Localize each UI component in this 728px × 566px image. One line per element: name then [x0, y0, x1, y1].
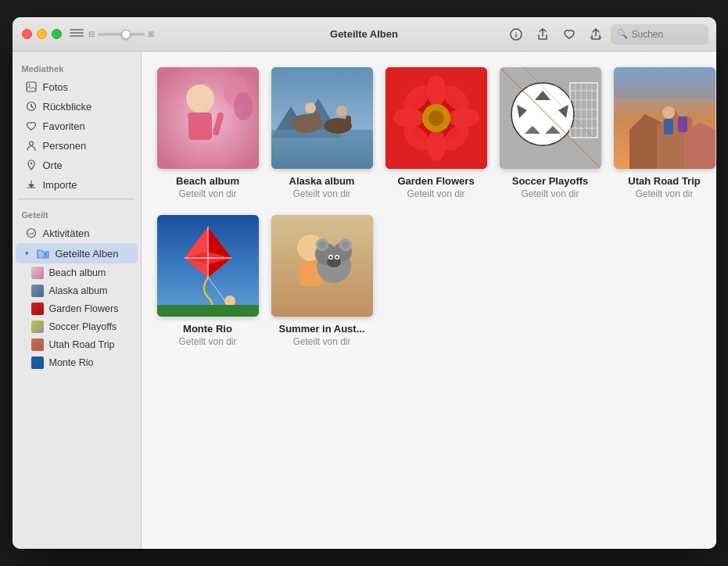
beach-thumb-sidebar [31, 267, 44, 279]
titlebar-actions: i 🔍 [504, 24, 716, 45]
svg-point-10 [186, 84, 214, 113]
album-item-summer[interactable]: Summer in Aust... Geteilt von dir [271, 215, 373, 347]
album-item-beach[interactable]: Beach album Geteilt von dir [157, 67, 259, 199]
garden-album-subtitle: Geteilt von dir [407, 188, 464, 199]
svg-rect-63 [664, 119, 673, 134]
chevron-down-icon: ▾ [25, 249, 29, 257]
alaska-album-title: Alaska album [289, 175, 355, 187]
beach-sidebar-label: Beach album [49, 267, 106, 278]
sidebar-item-aktivitaeten[interactable]: Aktivitäten [16, 224, 138, 242]
svg-rect-19 [271, 130, 373, 169]
shared-folder-icon [36, 246, 50, 260]
geteilte-alben-label: Geteilte Alben [56, 248, 119, 260]
heart-button[interactable] [558, 24, 581, 45]
svg-point-86 [342, 241, 350, 249]
svg-point-30 [393, 109, 425, 127]
soccer-album-subtitle: Geteilt von dir [521, 188, 579, 199]
alaska-sidebar-label: Alaska album [49, 285, 108, 296]
share-button[interactable] [531, 24, 554, 45]
sidebar-item-geteilte-alben[interactable]: ▾ Geteilte Alben [16, 243, 138, 263]
sidebar-item-fotos[interactable]: Fotos [16, 77, 138, 96]
svg-point-3 [28, 84, 30, 86]
content-area: Beach album Geteilt von dir [142, 52, 716, 549]
svg-point-6 [30, 163, 31, 164]
favoriten-label: Favoriten [43, 120, 85, 132]
utah-thumb-sidebar [31, 339, 44, 351]
aktivitaeten-icon [25, 227, 38, 239]
sidebar-toggle[interactable] [70, 29, 84, 40]
sidebar-subitem-garden[interactable]: Garden Flowers [16, 300, 138, 317]
svg-rect-64 [678, 116, 687, 132]
zoom-slider[interactable] [98, 33, 145, 36]
sidebar-subitem-beach[interactable]: Beach album [16, 264, 138, 281]
sidebar-subitem-montrio[interactable]: Monte Rio [16, 354, 138, 371]
importe-label: Importe [43, 179, 77, 191]
album-item-soccer[interactable]: Soccer Playoffs Geteilt von dir [500, 67, 601, 199]
sidebar-item-rueckblicke[interactable]: Rückblicke [16, 97, 138, 116]
album-item-montrio[interactable]: Monte Rio Geteilt von dir [157, 215, 259, 347]
album-item-alaska[interactable]: Alaska album Geteilt von dir [271, 67, 373, 199]
zoom-small-icon: ⊟ [88, 30, 95, 38]
summer-album-title: Summer in Aust... [278, 323, 364, 335]
sidebar-item-personen[interactable]: Personen [16, 136, 138, 155]
svg-point-37 [429, 110, 444, 126]
beach-album-title: Beach album [176, 175, 239, 187]
sidebar-item-orte[interactable]: Orte [16, 156, 138, 174]
svg-rect-76 [157, 305, 259, 317]
maximize-button[interactable] [52, 29, 62, 39]
sidebar: Mediathek Fotos Rückblicke Favoriten [13, 52, 142, 549]
geteilt-section-label: Geteilt [13, 204, 141, 223]
sidebar-subitem-utah[interactable]: Utah Road Trip [16, 336, 138, 353]
importe-icon [25, 178, 38, 191]
sidebar-subitem-soccer[interactable]: Soccer Playoffs [16, 318, 138, 335]
utah-album-title: Utah Road Trip [628, 175, 700, 187]
alaska-album-subtitle: Geteilt von dir [292, 188, 350, 199]
svg-rect-23 [346, 116, 351, 127]
soccer-sidebar-label: Soccer Playoffs [49, 321, 117, 332]
info-button[interactable]: i [504, 24, 528, 45]
svg-point-62 [676, 104, 689, 116]
garden-thumb-sidebar [31, 303, 44, 315]
soccer-album-title: Soccer Playoffs [512, 175, 589, 187]
search-bar[interactable]: 🔍 [611, 24, 708, 45]
utah-sidebar-label: Utah Road Trip [49, 339, 115, 350]
montrio-album-title: Monte Rio [183, 323, 232, 335]
main-layout: Mediathek Fotos Rückblicke Favoriten [13, 52, 716, 549]
svg-point-91 [335, 256, 338, 259]
garden-album-thumb [386, 67, 487, 169]
svg-point-85 [318, 241, 326, 249]
svg-point-28 [427, 75, 446, 106]
albums-grid: Beach album Geteilt von dir [157, 67, 701, 347]
summer-album-subtitle: Geteilt von dir [292, 336, 350, 347]
svg-point-29 [427, 130, 446, 161]
zoom-slider-area: ⊟ ⊞ [88, 30, 154, 38]
alaska-album-thumb [271, 67, 373, 169]
sidebar-toggle-icon[interactable] [70, 29, 84, 40]
add-to-album-button[interactable] [584, 24, 608, 45]
summer-album-thumb [271, 215, 373, 317]
garden-sidebar-label: Garden Flowers [49, 303, 119, 314]
search-input[interactable] [632, 29, 702, 40]
heart-sidebar-icon [25, 120, 38, 132]
sidebar-subitem-alaska[interactable]: Alaska album [16, 282, 138, 299]
sidebar-item-favoriten[interactable]: Favoriten [16, 116, 138, 135]
garden-album-title: Garden Flowers [397, 175, 474, 187]
aktivitaeten-label: Aktivitäten [43, 227, 90, 239]
soccer-album-thumb [500, 67, 601, 169]
svg-point-15 [234, 92, 253, 120]
svg-point-25 [336, 106, 347, 116]
album-item-garden[interactable]: Garden Flowers Geteilt von dir [386, 67, 487, 199]
album-item-utah[interactable]: Utah Road Trip Geteilt von dir [614, 67, 715, 199]
personen-label: Personen [43, 140, 87, 152]
utah-album-subtitle: Geteilt von dir [635, 188, 693, 199]
close-button[interactable] [22, 29, 32, 39]
main-window: ⊟ ⊞ Geteilte Alben i [13, 17, 716, 549]
zoom-large-icon: ⊞ [148, 30, 154, 38]
montrio-album-thumb [157, 215, 259, 317]
window-title: Geteilte Alben [330, 28, 398, 40]
svg-point-61 [662, 106, 675, 119]
rueckblicke-label: Rückblicke [43, 101, 92, 113]
montrio-sidebar-label: Monte Rio [49, 357, 94, 368]
minimize-button[interactable] [37, 29, 47, 39]
sidebar-item-importe[interactable]: Importe [16, 175, 138, 194]
